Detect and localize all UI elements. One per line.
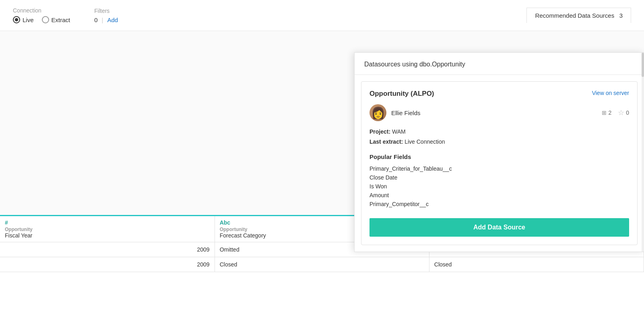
table-row: 2009 Closed Closed [0, 257, 644, 272]
list-item: Close Date [369, 173, 629, 182]
col-name-0: Fiscal Year [5, 232, 210, 239]
author-info: Ellie Fields [369, 104, 421, 121]
views-count: 2 [608, 109, 611, 116]
avatar [369, 104, 386, 121]
add-data-source-button[interactable]: Add Data Source [369, 218, 629, 237]
last-extract-row: Last extract: Live Connection [369, 137, 629, 147]
filters-row: 0 | Add [94, 17, 118, 23]
views-stat: ⊞ 2 [602, 109, 611, 116]
filters-add-link[interactable]: Add [107, 17, 118, 23]
panel-header: Datasources using dbo.Opportunity [355, 53, 644, 75]
filters-section: Filters 0 | Add [94, 8, 118, 23]
stars-count: 0 [626, 109, 629, 116]
card-title: Opportunity (ALPO) [369, 90, 434, 98]
recommended-tab-label: Recommended Data Sources [535, 12, 614, 19]
card-top-row: Opportunity (ALPO) View on server [369, 90, 629, 98]
view-on-server-link[interactable]: View on server [592, 90, 629, 96]
extract-radio-option[interactable]: Extract [42, 16, 70, 23]
stars-stat: ☆ 0 [618, 108, 629, 117]
extract-label: Extract [52, 17, 70, 23]
popular-fields-header: Popular Fields [369, 153, 629, 160]
list-item: Primary_Criteria_for_Tableau__c [369, 164, 629, 173]
cell-year-1: 2009 [0, 242, 215, 257]
cell-forecast-2a: Closed [215, 257, 429, 272]
live-label: Live [23, 17, 34, 23]
author-name: Ellie Fields [391, 109, 421, 116]
card-stats: ⊞ 2 ☆ 0 [602, 108, 629, 117]
filters-divider: | [102, 17, 103, 23]
live-radio-circle [13, 16, 20, 23]
recommended-panel: Datasources using dbo.Opportunity Opport… [354, 52, 644, 252]
col-header-fiscal-year: # Opportunity Fiscal Year [0, 216, 215, 242]
recommended-tab[interactable]: Recommended Data Sources 3 [526, 8, 631, 23]
project-row: Project: WAM [369, 127, 629, 137]
scroll-indicator [642, 53, 644, 252]
radio-group: Live Extract [13, 16, 70, 23]
connection-label: Connection [13, 7, 70, 14]
connection-section: Connection Live Extract [13, 7, 70, 23]
filters-label: Filters [94, 8, 118, 14]
top-bar: Connection Live Extract Filters 0 | Add [0, 0, 644, 31]
main-area: Connection Live Extract Filters 0 | Add [0, 0, 644, 322]
recommended-count: 3 [619, 12, 623, 19]
datasource-card: Opportunity (ALPO) View on server Ellie … [361, 81, 638, 245]
cell-forecast-2b: Closed [429, 257, 644, 272]
project-value: WAM [392, 128, 406, 135]
star-icon: ☆ [618, 108, 624, 117]
filters-count: 0 [94, 17, 97, 23]
list-item: Primary_Competitor__c [369, 200, 629, 208]
last-extract-label: Last extract: [369, 138, 403, 145]
views-icon: ⊞ [602, 109, 607, 116]
last-extract-value: Live Connection [405, 138, 445, 145]
cell-year-2: 2009 [0, 257, 215, 272]
list-item: Amount [369, 191, 629, 200]
field-list: Primary_Criteria_for_Tableau__c Close Da… [369, 164, 629, 208]
col-sub-0: Opportunity [5, 227, 210, 232]
list-item: Is Won [369, 182, 629, 191]
card-author-row: Ellie Fields ⊞ 2 ☆ 0 [369, 104, 629, 121]
project-label: Project: [369, 128, 390, 135]
scroll-thumb[interactable] [642, 53, 644, 77]
col-type-0: # [5, 219, 210, 226]
extract-radio-circle [42, 16, 49, 23]
card-meta: Project: WAM Last extract: Live Connecti… [369, 127, 629, 147]
live-radio-option[interactable]: Live [13, 16, 34, 23]
